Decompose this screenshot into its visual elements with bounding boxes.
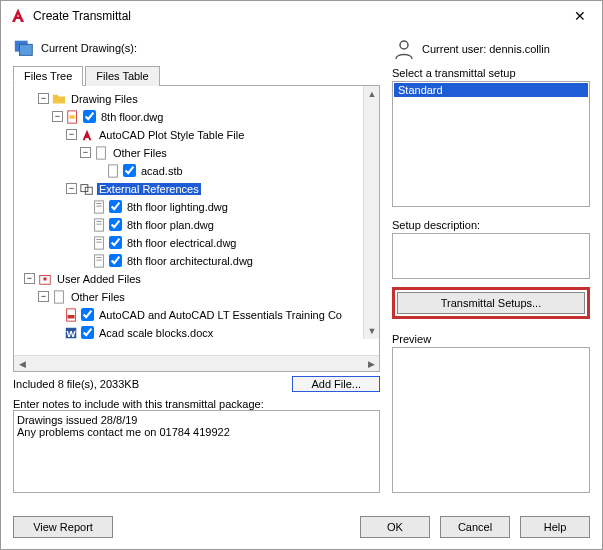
- close-button[interactable]: ✕: [566, 4, 594, 28]
- file-checkbox[interactable]: [81, 326, 94, 339]
- svg-rect-1: [19, 45, 32, 56]
- setup-description-label: Setup description:: [392, 219, 590, 231]
- titlebar: Create Transmittal ✕: [1, 1, 602, 31]
- file-icon: [52, 290, 66, 304]
- expander[interactable]: −: [52, 111, 63, 122]
- current-user-label: Current user: dennis.collin: [422, 43, 550, 55]
- tree-node-plot-style[interactable]: AutoCAD Plot Style Table File: [97, 129, 246, 141]
- svg-rect-11: [95, 255, 104, 267]
- scroll-down-arrow[interactable]: ▼: [364, 323, 379, 339]
- user-folder-icon: [38, 272, 52, 286]
- expander[interactable]: −: [66, 129, 77, 140]
- tab-files-tree[interactable]: Files Tree: [13, 66, 83, 86]
- file-icon: [94, 146, 108, 160]
- expander[interactable]: −: [38, 291, 49, 302]
- file-icon: [106, 164, 120, 178]
- scroll-up-arrow[interactable]: ▲: [364, 86, 379, 102]
- tree-node-essentials[interactable]: AutoCAD and AutoCAD LT Essentials Traini…: [97, 309, 344, 321]
- tree-node-external-references[interactable]: External References: [97, 183, 201, 195]
- preview-label: Preview: [392, 333, 590, 345]
- svg-rect-14: [55, 291, 64, 303]
- dwg-ref-icon: [92, 236, 106, 250]
- svg-text:W: W: [66, 327, 76, 338]
- tree-node-acad-stb[interactable]: acad.stb: [139, 165, 185, 177]
- svg-rect-3: [70, 115, 75, 119]
- dwg-ref-icon: [92, 218, 106, 232]
- word-icon: W: [64, 326, 78, 340]
- file-checkbox[interactable]: [83, 110, 96, 123]
- preview-box: [392, 347, 590, 493]
- drawings-icon: [13, 37, 35, 59]
- svg-rect-9: [95, 219, 104, 231]
- svg-rect-5: [109, 165, 118, 177]
- svg-rect-10: [95, 237, 104, 249]
- svg-rect-8: [95, 201, 104, 213]
- pdf-icon: [64, 308, 78, 322]
- file-checkbox[interactable]: [81, 308, 94, 321]
- transmittal-setups-highlight: Transmittal Setups...: [392, 287, 590, 319]
- dwg-icon: [66, 110, 80, 124]
- tree-node-architectural[interactable]: 8th floor architectural.dwg: [125, 255, 255, 267]
- tree-node-other-files-2[interactable]: Other Files: [69, 291, 127, 303]
- create-transmittal-dialog: Create Transmittal ✕ Current Drawing(s):…: [0, 0, 603, 550]
- ok-button[interactable]: OK: [360, 516, 430, 538]
- dwg-ref-icon: [92, 200, 106, 214]
- xref-icon: [80, 182, 94, 196]
- horizontal-scrollbar[interactable]: ◀ ▶: [14, 355, 379, 371]
- svg-point-19: [400, 41, 408, 49]
- tree-node-drawing-files[interactable]: Drawing Files: [69, 93, 140, 105]
- file-checkbox[interactable]: [109, 254, 122, 267]
- tree-node-scale-blocks[interactable]: Acad scale blocks.docx: [97, 327, 215, 339]
- expander[interactable]: −: [80, 147, 91, 158]
- svg-rect-4: [97, 147, 106, 159]
- current-drawings-label: Current Drawing(s):: [41, 42, 137, 54]
- file-checkbox[interactable]: [109, 200, 122, 213]
- notes-label: Enter notes to include with this transmi…: [13, 398, 380, 410]
- user-icon: [392, 37, 416, 61]
- window-title: Create Transmittal: [33, 9, 566, 23]
- svg-point-13: [43, 277, 47, 281]
- tree-node-8th-floor-dwg[interactable]: 8th floor.dwg: [99, 111, 165, 123]
- scroll-left-arrow[interactable]: ◀: [14, 356, 30, 372]
- svg-rect-6: [81, 184, 88, 191]
- tree-node-user-added[interactable]: User Added Files: [55, 273, 143, 285]
- expander[interactable]: −: [38, 93, 49, 104]
- dwg-ref-icon: [92, 254, 106, 268]
- select-setup-label: Select a transmittal setup: [392, 67, 590, 79]
- tree-node-lighting[interactable]: 8th floor lighting.dwg: [125, 201, 230, 213]
- help-button[interactable]: Help: [520, 516, 590, 538]
- setup-description-box: [392, 233, 590, 279]
- view-report-button[interactable]: View Report: [13, 516, 113, 538]
- expander[interactable]: −: [66, 183, 77, 194]
- add-file-button[interactable]: Add File...: [292, 376, 380, 392]
- autocad-icon: [80, 128, 94, 142]
- included-files-status: Included 8 file(s), 2033KB: [13, 378, 286, 390]
- setup-item-standard[interactable]: Standard: [394, 83, 588, 97]
- svg-rect-16: [68, 315, 75, 319]
- folder-icon: [52, 92, 66, 106]
- file-checkbox[interactable]: [123, 164, 136, 177]
- tree-node-plan[interactable]: 8th floor plan.dwg: [125, 219, 216, 231]
- file-checkbox[interactable]: [109, 218, 122, 231]
- file-tree: − Drawing Files − 8th floor.dwg − AutoCA…: [13, 86, 380, 373]
- notes-textarea[interactable]: [13, 410, 380, 493]
- tree-node-electrical[interactable]: 8th floor electrical.dwg: [125, 237, 238, 249]
- transmittal-setup-list[interactable]: Standard: [392, 81, 590, 207]
- file-checkbox[interactable]: [109, 236, 122, 249]
- tab-files-table[interactable]: Files Table: [85, 66, 159, 86]
- transmittal-setups-button[interactable]: Transmittal Setups...: [397, 292, 585, 314]
- expander[interactable]: −: [24, 273, 35, 284]
- svg-rect-7: [85, 187, 92, 194]
- cancel-button[interactable]: Cancel: [440, 516, 510, 538]
- scroll-right-arrow[interactable]: ▶: [363, 356, 379, 372]
- autocad-icon: [9, 7, 27, 25]
- vertical-scrollbar[interactable]: ▲ ▼: [363, 86, 379, 340]
- tree-node-other-files[interactable]: Other Files: [111, 147, 169, 159]
